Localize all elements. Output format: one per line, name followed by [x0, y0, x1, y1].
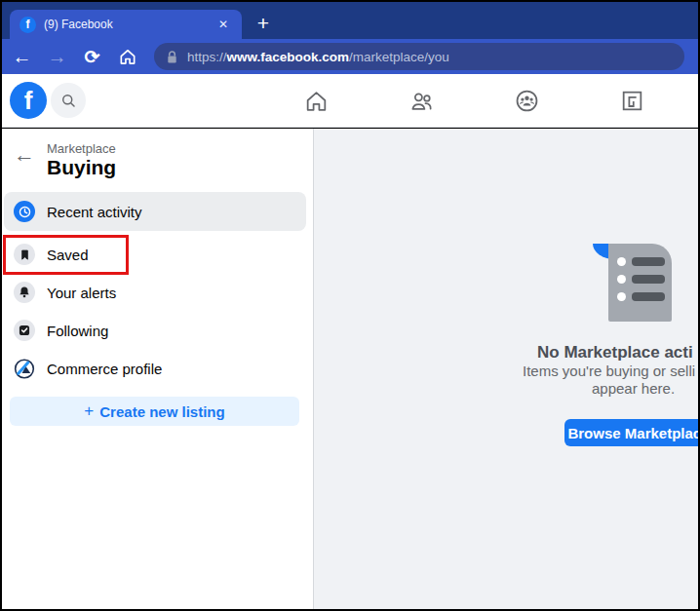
home-icon[interactable]	[117, 47, 137, 67]
create-new-listing-label: Create new listing	[99, 403, 224, 420]
sidebar-item-label: Your alerts	[47, 285, 116, 301]
facebook-header: f	[2, 74, 698, 128]
url-path: /marketplace/you	[349, 50, 449, 64]
sidebar-item-following[interactable]: Following	[4, 311, 306, 350]
sidebar-item-recent-activity[interactable]: Recent activity	[4, 192, 306, 231]
sidebar-item-label: Commerce profile	[47, 361, 162, 377]
facebook-logo[interactable]: f	[10, 82, 47, 119]
back-icon[interactable]: ←	[12, 47, 32, 67]
new-tab-button[interactable]: +	[250, 10, 277, 37]
lock-icon	[166, 50, 178, 64]
sidebar-item-label: Saved	[47, 247, 89, 263]
sidebar-item-saved[interactable]: Saved	[4, 235, 306, 274]
browser-toolbar: ← → ⟳ https://www.facebook.com/marketpla…	[2, 39, 698, 74]
sidebar-item-label: Following	[47, 323, 108, 339]
sidebar-item-label: Recent activity	[47, 204, 142, 220]
create-new-listing-button[interactable]: + Create new listing	[10, 397, 299, 426]
browser-tab[interactable]: f (9) Facebook ✕	[10, 10, 242, 39]
empty-state-title: No Marketplace acti	[537, 343, 693, 363]
browse-marketplace-button[interactable]: Browse Marketplace	[564, 419, 698, 446]
sidebar-item-your-alerts[interactable]: Your alerts	[4, 273, 306, 312]
home-nav-icon[interactable]	[303, 88, 330, 114]
sidebar-eyebrow: Marketplace	[47, 141, 116, 156]
clock-icon	[14, 201, 35, 222]
search-icon	[60, 93, 77, 109]
marketplace-sidebar: ← Marketplace Buying Recent activity Sav…	[2, 129, 313, 609]
empty-state-description-line1: Items you're buying or selli	[523, 363, 695, 379]
search-button[interactable]	[51, 83, 86, 118]
browser-window: f (9) Facebook ✕ + ← → ⟳ https://www.fac…	[0, 0, 700, 611]
url-text: https://www.facebook.com/marketplace/you	[187, 50, 449, 64]
commerce-profile-icon	[14, 358, 35, 379]
activity-list-icon	[608, 244, 672, 322]
forward-icon[interactable]: →	[47, 47, 67, 67]
address-bar[interactable]: https://www.facebook.com/marketplace/you	[154, 43, 684, 70]
url-domain: www.facebook.com	[227, 50, 350, 64]
plus-icon: +	[84, 401, 94, 421]
marketplace-main-area: No Marketplace acti Items you're buying …	[313, 129, 698, 609]
bell-icon	[14, 282, 35, 303]
facebook-favicon-icon: f	[19, 17, 36, 33]
tab-title: (9) Facebook	[44, 18, 207, 31]
gaming-nav-icon[interactable]	[619, 88, 645, 114]
tab-close-icon[interactable]: ✕	[214, 16, 232, 33]
bookmark-icon	[14, 244, 35, 265]
tab-strip: f (9) Facebook ✕ +	[2, 2, 698, 39]
empty-state-description-line2: appear here.	[592, 380, 675, 397]
reload-icon[interactable]: ⟳	[82, 47, 102, 67]
groups-nav-icon[interactable]	[514, 88, 540, 114]
friends-nav-icon[interactable]	[408, 88, 435, 114]
check-square-icon	[14, 320, 35, 341]
url-scheme: https://	[187, 50, 227, 64]
page-title: Buying	[47, 156, 116, 179]
sidebar-back-icon[interactable]: ←	[14, 144, 35, 166]
sidebar-item-commerce-profile[interactable]: Commerce profile	[4, 349, 306, 388]
